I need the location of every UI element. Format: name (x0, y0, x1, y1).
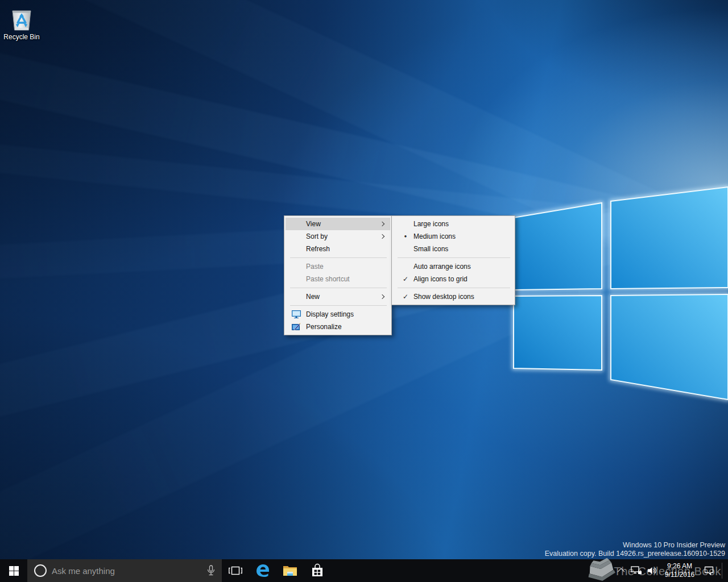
network-ethernet-icon (631, 566, 642, 575)
menu-item-paste-shortcut: Paste shortcut (286, 273, 390, 285)
recycle-bin-label: Recycle Bin (3, 33, 40, 41)
action-center-button[interactable] (699, 559, 718, 582)
menu-item-new-label: New (306, 293, 320, 301)
submenu-item-auto-arrange-icons[interactable]: Auto arrange icons (393, 260, 514, 273)
build-watermark: Windows 10 Pro Insider Preview Evaluatio… (545, 541, 725, 558)
menu-item-paste: Paste (286, 260, 390, 273)
submenu-arrow-icon (380, 234, 384, 239)
start-button[interactable] (0, 559, 27, 582)
menu-item-paste-label: Paste (306, 263, 324, 271)
menu-item-display-settings-label: Display settings (306, 310, 354, 318)
checkmark-icon: ✓ (400, 290, 411, 303)
taskbar-empty-area (331, 559, 615, 582)
submenu-arrow-icon (380, 294, 384, 299)
submenu-item-show-desktop-icons-label: Show desktop icons (413, 293, 474, 301)
submenu-item-align-icons-to-grid[interactable]: ✓ Align icons to grid (393, 273, 514, 285)
menu-item-refresh-label: Refresh (306, 245, 330, 253)
menu-item-new[interactable]: New (286, 290, 390, 303)
search-placeholder-text: Ask me anything (52, 566, 207, 576)
submenu-item-align-icons-to-grid-label: Align icons to grid (413, 275, 468, 283)
menu-separator (398, 257, 510, 258)
submenu-item-medium-icons-label: Medium icons (413, 232, 456, 240)
taskbar-clock[interactable]: 9:26 AM 9/11/2016 (660, 562, 699, 579)
store-button[interactable] (304, 559, 331, 582)
personalize-icon (292, 323, 301, 331)
volume-button[interactable] (644, 559, 660, 582)
menu-item-view[interactable]: View (286, 218, 390, 230)
submenu-item-small-icons-label: Small icons (413, 245, 448, 253)
submenu-item-small-icons[interactable]: Small icons (393, 243, 514, 255)
cortana-icon (34, 564, 47, 577)
menu-item-paste-shortcut-label: Paste shortcut (306, 275, 350, 283)
submenu-item-medium-icons[interactable]: ● Medium icons (393, 230, 514, 243)
checkmark-icon: ✓ (400, 273, 411, 285)
tray-overflow-button[interactable] (615, 559, 628, 582)
recycle-bin-glyph (9, 5, 34, 32)
windows-start-icon (9, 566, 19, 576)
display-settings-icon (292, 310, 301, 318)
build-watermark-line2: Evaluation copy. Build 14926.rs_prerelea… (545, 550, 725, 558)
submenu-arrow-icon (380, 222, 384, 226)
desktop-context-menu: View Sort by Refresh Paste Paste shortcu… (284, 215, 392, 335)
menu-item-view-label: View (306, 220, 321, 228)
store-icon (311, 563, 324, 578)
menu-item-refresh[interactable]: Refresh (286, 243, 390, 255)
show-desktop-divider (722, 563, 722, 579)
clock-time: 9:26 AM (661, 562, 698, 571)
menu-item-sort-by-label: Sort by (306, 232, 328, 240)
clock-date: 9/11/2016 (661, 571, 698, 579)
network-status-button[interactable] (628, 559, 644, 582)
system-tray: 9:26 AM 9/11/2016 (615, 559, 728, 582)
edge-browser-button[interactable] (249, 559, 276, 582)
edge-icon (255, 563, 271, 579)
menu-separator (290, 288, 387, 288)
show-desktop-button[interactable] (724, 559, 728, 582)
submenu-item-large-icons[interactable]: Large icons (393, 218, 514, 230)
microphone-icon[interactable] (207, 565, 215, 576)
submenu-item-large-icons-label: Large icons (413, 220, 449, 228)
submenu-item-show-desktop-icons[interactable]: ✓ Show desktop icons (393, 290, 514, 303)
task-view-icon (229, 566, 242, 576)
task-view-button[interactable] (222, 559, 249, 582)
build-watermark-line1: Windows 10 Pro Insider Preview (545, 541, 725, 550)
menu-separator (290, 257, 387, 258)
view-submenu: Large icons ● Medium icons Small icons A… (391, 215, 515, 305)
menu-separator (398, 288, 510, 288)
radio-bullet-icon: ● (400, 230, 411, 243)
menu-item-personalize-label: Personalize (306, 323, 342, 331)
recycle-bin-icon[interactable]: Recycle Bin (3, 5, 40, 41)
cortana-search-box[interactable]: Ask me anything (27, 559, 222, 582)
speaker-icon (647, 566, 657, 575)
submenu-item-auto-arrange-icons-label: Auto arrange icons (413, 263, 471, 271)
menu-item-display-settings[interactable]: Display settings (286, 308, 390, 321)
menu-item-sort-by[interactable]: Sort by (286, 230, 390, 243)
chevron-up-icon (617, 568, 624, 575)
menu-separator (290, 305, 387, 306)
taskbar: Ask me anything (0, 559, 728, 582)
menu-item-personalize[interactable]: Personalize (286, 321, 390, 333)
action-center-icon (704, 566, 714, 576)
file-explorer-button[interactable] (276, 559, 304, 582)
file-explorer-icon (283, 564, 297, 577)
